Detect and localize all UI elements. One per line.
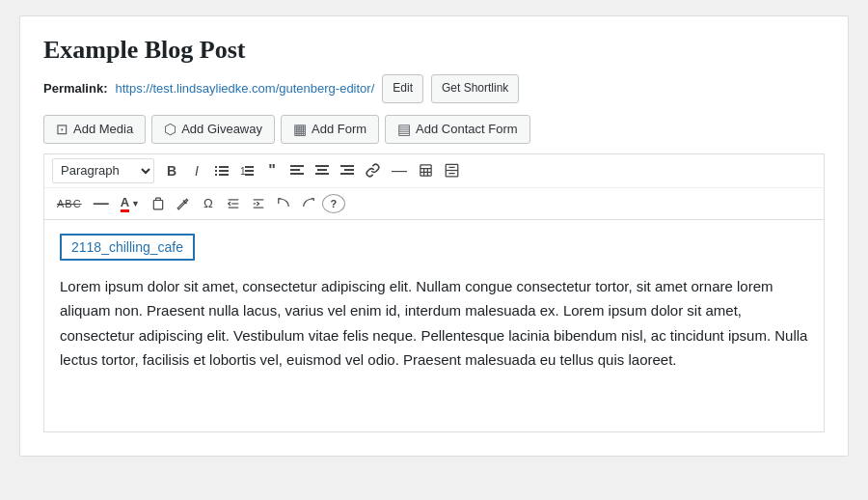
add-contact-form-label: Add Contact Form xyxy=(416,122,518,136)
post-slug[interactable]: 2118_chilling_cafe xyxy=(60,234,195,261)
get-shortlink-button[interactable]: Get Shortlink xyxy=(431,74,519,103)
horizontal-rule-button[interactable]: — xyxy=(387,159,412,182)
indent-button[interactable] xyxy=(247,194,270,213)
strikethrough-button[interactable]: ABC xyxy=(52,195,87,212)
format-toolbar-1: Paragraph Heading 1 Heading 2 Heading 3 … xyxy=(43,153,825,187)
svg-rect-19 xyxy=(420,165,431,176)
font-color-button[interactable]: A ▼ xyxy=(116,192,145,215)
svg-rect-12 xyxy=(290,173,304,175)
editor-content-area[interactable]: 2118_chilling_cafe Lorem ipsum dolor sit… xyxy=(43,220,825,432)
svg-rect-5 xyxy=(219,174,229,176)
svg-rect-13 xyxy=(315,165,329,167)
media-icon: ⊡ xyxy=(56,121,68,138)
special-chars-button[interactable]: Ω xyxy=(197,193,220,213)
svg-rect-10 xyxy=(290,165,304,167)
permalink-link[interactable]: https://test.lindsayliedke.com/gutenberg… xyxy=(115,81,374,96)
em-dash-button[interactable]: — xyxy=(89,192,114,215)
giveaway-icon: ⬡ xyxy=(164,121,176,138)
svg-rect-29 xyxy=(153,200,162,208)
add-form-button[interactable]: ▦ Add Form xyxy=(281,115,379,144)
add-media-label: Add Media xyxy=(73,122,133,136)
svg-rect-1 xyxy=(219,166,229,168)
add-media-button[interactable]: ⊡ Add Media xyxy=(43,115,146,144)
svg-rect-4 xyxy=(215,174,217,176)
redo-button[interactable] xyxy=(297,194,320,213)
editor-container: Example Blog Post Permalink: https://tes… xyxy=(19,15,849,457)
add-form-label: Add Form xyxy=(312,122,366,136)
undo-button[interactable] xyxy=(272,194,295,213)
help-button[interactable]: ? xyxy=(322,194,345,213)
svg-rect-15 xyxy=(315,173,329,175)
outdent-button[interactable] xyxy=(222,194,245,213)
media-toolbar-row: ⊡ Add Media ⬡ Add Giveaway ▦ Add Form ▤ … xyxy=(43,115,825,144)
svg-rect-16 xyxy=(340,165,354,167)
paragraph-select[interactable]: Paragraph Heading 1 Heading 2 Heading 3 … xyxy=(52,158,154,183)
svg-rect-2 xyxy=(215,170,217,172)
align-right-button[interactable] xyxy=(336,162,359,180)
add-giveaway-label: Add Giveaway xyxy=(181,122,262,136)
svg-rect-17 xyxy=(344,169,354,171)
align-center-button[interactable] xyxy=(311,162,334,180)
link-button[interactable] xyxy=(361,160,385,181)
bold-button[interactable]: B xyxy=(160,160,183,181)
permalink-label: Permalink: xyxy=(43,81,107,96)
svg-rect-8 xyxy=(245,170,254,172)
svg-rect-14 xyxy=(317,169,327,171)
bullet-list-button[interactable] xyxy=(210,161,233,181)
permalink-row: Permalink: https://test.lindsayliedke.co… xyxy=(43,74,825,103)
paste-text-button[interactable] xyxy=(147,194,170,213)
table-button[interactable] xyxy=(414,160,438,181)
contact-form-icon: ▤ xyxy=(397,121,411,138)
form-icon: ▦ xyxy=(293,121,307,138)
svg-rect-18 xyxy=(340,173,354,175)
svg-rect-0 xyxy=(215,166,217,168)
add-contact-form-button[interactable]: ▤ Add Contact Form xyxy=(385,115,530,144)
edit-permalink-button[interactable]: Edit xyxy=(382,74,423,103)
post-title[interactable]: Example Blog Post xyxy=(43,36,825,65)
numbered-list-button[interactable]: 1. xyxy=(235,161,258,181)
add-giveaway-button[interactable]: ⬡ Add Giveaway xyxy=(151,115,275,144)
clear-formatting-button[interactable] xyxy=(172,194,195,213)
svg-rect-3 xyxy=(219,170,229,172)
format-toolbar-2: ABC — A ▼ Ω ? xyxy=(43,187,825,220)
svg-marker-30 xyxy=(177,199,188,209)
italic-button[interactable]: I xyxy=(185,160,208,181)
svg-rect-11 xyxy=(290,169,300,171)
more-button[interactable] xyxy=(440,160,464,181)
svg-rect-9 xyxy=(245,174,254,176)
svg-rect-7 xyxy=(245,166,254,168)
align-left-button[interactable] xyxy=(285,162,309,180)
blockquote-button[interactable]: " xyxy=(260,159,284,182)
body-text: Lorem ipsum dolor sit amet, consectetur … xyxy=(60,274,808,373)
